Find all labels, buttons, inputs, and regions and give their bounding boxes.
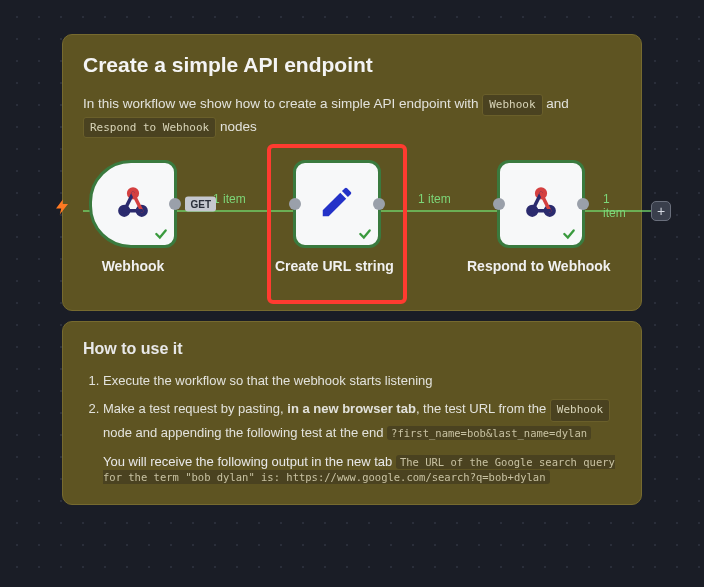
result-text: You will receive the following output in… (103, 454, 621, 484)
workflow-canvas[interactable]: 1 item 1 item 1 item (83, 160, 621, 290)
check-icon (358, 227, 372, 241)
howto-title: How to use it (83, 340, 621, 358)
input-port[interactable] (289, 198, 301, 210)
output-port[interactable] (373, 198, 385, 210)
workflow-description-panel: Create a simple API endpoint In this wor… (62, 34, 642, 311)
webhook-pill: Webhook (550, 399, 610, 422)
node-label: Webhook (87, 258, 179, 274)
query-string-code: ?first_name=bob&last_name=dylan (387, 426, 591, 440)
check-icon (562, 227, 576, 241)
respond-node-pill: Respond to Webhook (83, 117, 216, 139)
items-count-1: 1 item (213, 192, 246, 206)
description-text: In this workflow we show how to create a… (83, 93, 621, 138)
webhook-node-pill: Webhook (482, 94, 542, 116)
node-create-url[interactable]: Create URL string (291, 160, 383, 274)
output-port[interactable] (577, 198, 589, 210)
node-webhook[interactable]: GET Webhook (87, 160, 179, 274)
howto-steps: Execute the workflow so that the webhook… (83, 370, 621, 444)
step-2: Make a test request by pasting, in a new… (103, 398, 621, 444)
webhook-icon (112, 181, 154, 227)
pencil-icon (318, 183, 356, 225)
check-icon (154, 227, 168, 241)
howto-panel: How to use it Execute the workflow so th… (62, 321, 642, 505)
http-method-badge: GET (185, 197, 216, 212)
add-node-button[interactable]: + (651, 201, 671, 221)
input-port[interactable] (493, 198, 505, 210)
node-respond[interactable]: Respond to Webhook (495, 160, 587, 274)
node-label: Create URL string (275, 258, 383, 274)
output-port[interactable] (169, 198, 181, 210)
items-count-2: 1 item (418, 192, 451, 206)
webhook-icon (520, 181, 562, 227)
items-count-3: 1 item (603, 192, 626, 220)
node-label: Respond to Webhook (467, 258, 587, 274)
page-title: Create a simple API endpoint (83, 53, 621, 77)
trigger-bolt-icon (53, 196, 71, 222)
step-1: Execute the workflow so that the webhook… (103, 370, 621, 392)
